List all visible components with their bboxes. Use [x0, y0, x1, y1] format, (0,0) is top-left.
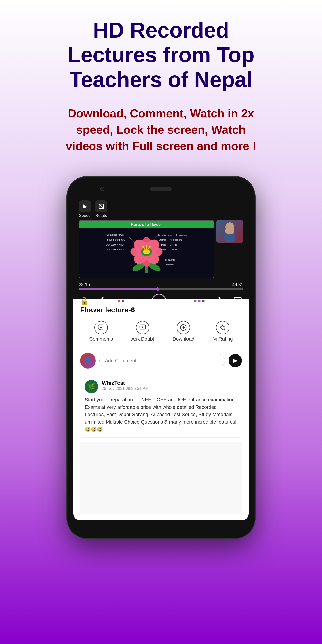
comments-label: Comments [89, 336, 113, 342]
video-top-controls: 2x Speed Rotate [73, 196, 249, 220]
dots-next [194, 300, 204, 302]
svg-marker-47 [99, 329, 101, 330]
progress-area[interactable]: 23:15 48:31 [73, 278, 249, 292]
svg-text:Accessory whorl: Accessory whorl [106, 248, 124, 251]
phone-screen: 2x Speed Rotate [73, 196, 249, 520]
dot-inactive [202, 300, 204, 302]
download-action[interactable]: Download [172, 321, 194, 342]
comment-text: Start your Preparation for NEET, CEE and… [85, 396, 237, 433]
progress-dot [156, 287, 160, 291]
svg-text:Stamen → Androecium: Stamen → Androecium [159, 238, 182, 241]
svg-text:10: 10 [102, 300, 105, 302]
svg-rect-38 [226, 228, 234, 234]
time-current: 23:15 [79, 282, 90, 287]
lecture-board: Parts of a flower [79, 220, 214, 278]
svg-text:Sepal → Calyce: Sepal → Calyce [161, 248, 177, 251]
svg-text:Accessory whorl: Accessory whorl [106, 243, 124, 246]
video-player: 2x Speed Rotate [73, 196, 249, 299]
player-controls: 🔓 10 ⏮ ⏸ ⏭ [73, 292, 249, 312]
dot-active2 [198, 300, 200, 302]
next-button[interactable]: ⏭ [174, 296, 186, 306]
comment-header: 🌿 WhizTest 29 Nov 2021 08:35:54 PM [85, 380, 237, 393]
dots-prev [118, 300, 124, 302]
svg-text:Pedicel: Pedicel [166, 263, 174, 266]
ask-doubt-icon [136, 321, 149, 334]
rotate-label: Rotate [95, 213, 107, 218]
main-title: HD Recorded Lectures from Top Teachers o… [49, 18, 273, 92]
svg-point-16 [143, 249, 150, 254]
svg-point-49 [142, 326, 143, 328]
commenter-name: WhizTest [102, 380, 148, 386]
svg-point-20 [142, 246, 144, 248]
svg-text:Thalamus: Thalamus [165, 258, 175, 261]
speed-icon: 2x [79, 200, 91, 212]
svg-text:Complete flower: Complete flower [106, 234, 124, 236]
send-button[interactable]: ▶ [228, 354, 242, 368]
ask-doubt-action[interactable]: Ask Doubt [132, 321, 154, 342]
phone-mockup: 2x Speed Rotate [67, 177, 255, 538]
commenter-avatar: 🌿 [85, 380, 98, 393]
download-icon [177, 321, 190, 334]
rating-icon [216, 321, 230, 334]
comment-card: 🌿 WhizTest 29 Nov 2021 08:35:54 PM Start… [80, 375, 242, 438]
board-content: Complete flower Incomplete flower Access… [80, 228, 214, 278]
phone-bottom [73, 520, 249, 527]
fullscreen-button[interactable] [232, 296, 243, 306]
progress-fill [79, 288, 158, 290]
svg-rect-43 [234, 298, 241, 304]
speed-label: Speed [79, 213, 90, 218]
video-content: Parts of a flower [73, 220, 249, 278]
comment-input[interactable] [99, 354, 225, 368]
rating-action[interactable]: % Rating [213, 321, 233, 342]
comments-action[interactable]: Comments [89, 321, 113, 342]
dot-active1 [194, 300, 196, 302]
phone-speaker [150, 188, 172, 190]
prev-button[interactable]: ⏮ [132, 296, 144, 306]
play-pause-button[interactable]: ⏸ [152, 294, 166, 308]
time-total: 48:31 [232, 282, 243, 287]
phone-camera [100, 187, 104, 191]
comments-icon [94, 321, 108, 334]
svg-line-3 [99, 204, 104, 209]
ask-doubt-label: Ask Doubt [132, 336, 154, 342]
rotate-icon [95, 200, 107, 212]
lock-button[interactable]: 🔓 [79, 296, 90, 306]
svg-marker-54 [220, 325, 226, 330]
svg-text:2x: 2x [84, 206, 86, 208]
phone-top-bar [73, 183, 249, 194]
action-row: Comments Ask Doubt [80, 321, 242, 348]
speed-button[interactable]: 2x Speed [79, 200, 91, 218]
svg-text:Complt or pistil → Gynoecium: Complt or pistil → Gynoecium [158, 234, 187, 236]
commenter-info: WhizTest 29 Nov 2021 08:35:54 PM [102, 380, 148, 391]
teacher-thumbnail [216, 220, 243, 242]
dot-red [118, 300, 120, 302]
rewind-button[interactable]: 10 [98, 296, 109, 306]
svg-text:Petal → Corolla: Petal → Corolla [161, 244, 177, 246]
rotate-button[interactable]: Rotate [95, 200, 107, 218]
dot-prev [122, 300, 124, 302]
svg-point-18 [146, 245, 148, 247]
svg-text:Incomplete flower: Incomplete flower [106, 238, 126, 241]
rating-label: % Rating [213, 336, 233, 342]
forward-button[interactable]: 10 [213, 296, 224, 306]
comment-input-row: 👤 ▶ [80, 353, 242, 368]
svg-rect-37 [224, 232, 236, 242]
subtitle: Download, Comment, Watch in 2x speed, Lo… [60, 105, 262, 154]
svg-text:10: 10 [217, 300, 220, 302]
empty-area [80, 442, 242, 514]
progress-bar[interactable] [79, 288, 243, 290]
svg-rect-44 [98, 325, 104, 329]
download-label: Download [172, 336, 194, 342]
content-area: Flower lecture-6 Comments [73, 299, 249, 520]
current-user-avatar: 👤 [80, 353, 96, 368]
comment-date: 29 Nov 2021 08:35:54 PM [102, 386, 148, 391]
board-header: Parts of a flower [80, 221, 214, 228]
